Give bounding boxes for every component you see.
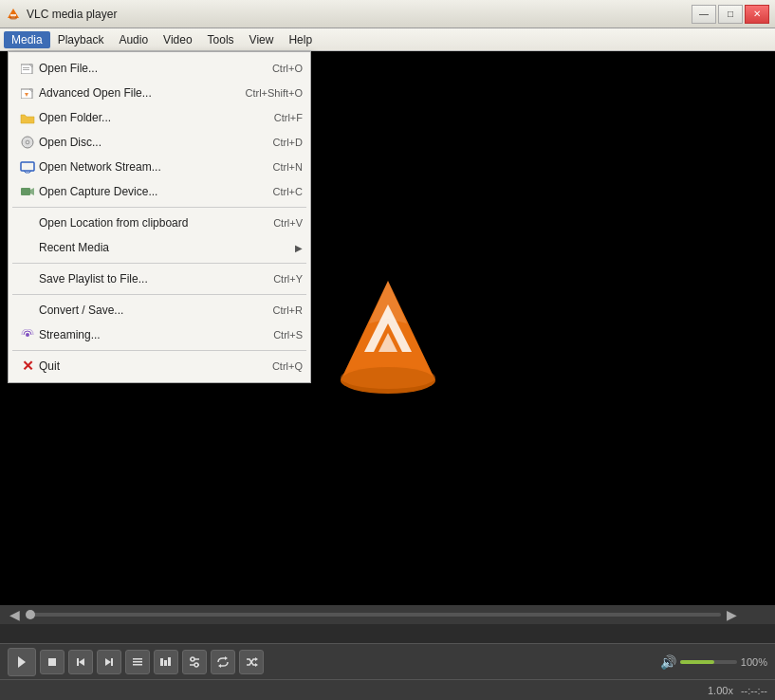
open-capture-shortcut: Ctrl+C	[273, 186, 303, 197]
loop-button[interactable]	[211, 650, 235, 674]
app-icon	[6, 7, 21, 22]
open-network-shortcut: Ctrl+N	[273, 161, 303, 173]
open-file-shortcut: Ctrl+O	[272, 63, 303, 74]
recent-media-label: Recent Media	[39, 241, 295, 254]
seek-thumb[interactable]	[26, 610, 35, 619]
advanced-open-shortcut: Ctrl+Shift+O	[245, 87, 303, 99]
svg-rect-6	[23, 67, 29, 68]
recent-media-arrow: ▶	[295, 243, 303, 253]
open-network-label: Open Network Stream...	[39, 160, 254, 174]
svg-rect-33	[111, 658, 113, 666]
prev-button[interactable]	[68, 650, 93, 674]
menu-save-playlist[interactable]: Save Playlist to File... Ctrl+Y	[9, 267, 310, 291]
open-capture-icon	[16, 183, 39, 200]
open-folder-shortcut: Ctrl+F	[274, 112, 303, 123]
svg-point-41	[191, 657, 194, 661]
volume-percent: 100%	[741, 656, 767, 668]
menu-item-playback[interactable]: Playback	[50, 31, 112, 48]
svg-rect-34	[133, 658, 142, 660]
recent-media-icon	[16, 239, 39, 256]
volume-track[interactable]	[680, 660, 737, 664]
menu-open-disc[interactable]: Open Disc... Ctrl+D	[9, 130, 310, 155]
seek-right-button[interactable]: ▶	[727, 607, 737, 622]
svg-marker-47	[255, 663, 258, 667]
advanced-open-label: Advanced Open File...	[39, 86, 226, 100]
playlist-button[interactable]	[125, 650, 150, 674]
status-bar: 1.00x --:--:--	[0, 679, 775, 700]
open-capture-label: Open Capture Device...	[39, 185, 254, 198]
volume-area: 🔊 100%	[660, 654, 767, 670]
media-dropdown: Open File... Ctrl+O Advanced Open File..…	[8, 51, 311, 383]
title-bar: VLC media player — □ ✕	[0, 0, 775, 28]
maximize-button[interactable]: □	[718, 5, 743, 24]
menu-open-location[interactable]: Open Location from clipboard Ctrl+V	[9, 211, 310, 235]
convert-save-icon	[16, 302, 39, 319]
svg-rect-39	[168, 657, 171, 666]
streaming-label: Streaming...	[39, 328, 254, 341]
stop-button[interactable]	[40, 650, 65, 674]
quit-shortcut: Ctrl+Q	[272, 360, 303, 372]
svg-marker-27	[369, 281, 407, 323]
play-button[interactable]	[8, 648, 36, 676]
open-location-icon	[16, 214, 39, 231]
svg-rect-35	[133, 661, 142, 663]
menu-item-help[interactable]: Help	[281, 31, 320, 48]
svg-marker-28	[18, 656, 26, 668]
time-display: --:--:--	[741, 685, 767, 696]
svg-point-3	[9, 16, 17, 19]
convert-save-shortcut: Ctrl+R	[273, 304, 303, 316]
menu-recent-media[interactable]: Recent Media ▶	[9, 235, 310, 260]
menu-open-capture[interactable]: Open Capture Device... Ctrl+C	[9, 179, 310, 204]
save-playlist-shortcut: Ctrl+Y	[273, 273, 303, 285]
svg-rect-29	[48, 658, 56, 666]
open-disc-icon	[16, 134, 39, 151]
menu-item-media[interactable]: Media	[4, 31, 50, 48]
svg-marker-30	[79, 658, 84, 666]
vlc-logo	[331, 276, 445, 399]
menu-advanced-open[interactable]: Advanced Open File... Ctrl+Shift+O	[9, 81, 310, 105]
open-file-label: Open File...	[39, 62, 253, 75]
menu-item-tools[interactable]: Tools	[200, 31, 242, 48]
open-location-label: Open Location from clipboard	[39, 216, 254, 230]
minimize-button[interactable]: —	[692, 5, 716, 24]
menu-item-video[interactable]: Video	[156, 31, 199, 48]
svg-rect-7	[23, 69, 29, 70]
svg-point-43	[194, 663, 198, 667]
volume-fill	[680, 660, 714, 664]
seek-track[interactable]	[26, 613, 721, 617]
menu-open-file[interactable]: Open File... Ctrl+O	[9, 56, 310, 81]
seek-left-button[interactable]: ◀	[9, 607, 20, 622]
menu-item-view[interactable]: View	[242, 31, 282, 48]
svg-rect-36	[133, 664, 142, 666]
svg-rect-18	[21, 188, 30, 195]
streaming-shortcut: Ctrl+S	[273, 329, 303, 341]
next-button[interactable]	[97, 650, 121, 674]
controls-row: 🔊 100%	[0, 644, 775, 679]
svg-marker-45	[218, 664, 221, 668]
svg-point-13	[27, 141, 28, 143]
sep-1	[12, 207, 306, 208]
close-button[interactable]: ✕	[745, 5, 769, 24]
open-folder-icon	[16, 109, 39, 126]
svg-marker-44	[225, 656, 228, 660]
menu-item-audio[interactable]: Audio	[111, 31, 156, 48]
random-button[interactable]	[239, 650, 264, 674]
open-disc-shortcut: Ctrl+D	[273, 137, 303, 148]
seek-bar-container: ◀ ▶	[0, 605, 775, 624]
sep-2	[12, 263, 306, 264]
sep-4	[12, 350, 306, 351]
menu-streaming[interactable]: Streaming... Ctrl+S	[9, 322, 310, 347]
menu-open-folder[interactable]: Open Folder... Ctrl+F	[9, 105, 310, 130]
effects-button[interactable]	[182, 650, 207, 674]
convert-save-label: Convert / Save...	[39, 304, 254, 317]
quit-icon: ✕	[16, 358, 39, 375]
svg-point-20	[26, 333, 29, 337]
menu-open-network[interactable]: Open Network Stream... Ctrl+N	[9, 155, 310, 179]
window-controls: — □ ✕	[692, 5, 769, 24]
menu-quit[interactable]: ✕ Quit Ctrl+Q	[9, 354, 310, 378]
extended-button[interactable]	[154, 650, 178, 674]
menu-convert-save[interactable]: Convert / Save... Ctrl+R	[9, 298, 310, 322]
streaming-icon	[16, 326, 39, 343]
speed-display: 1.00x	[708, 685, 733, 696]
open-disc-label: Open Disc...	[39, 136, 254, 149]
